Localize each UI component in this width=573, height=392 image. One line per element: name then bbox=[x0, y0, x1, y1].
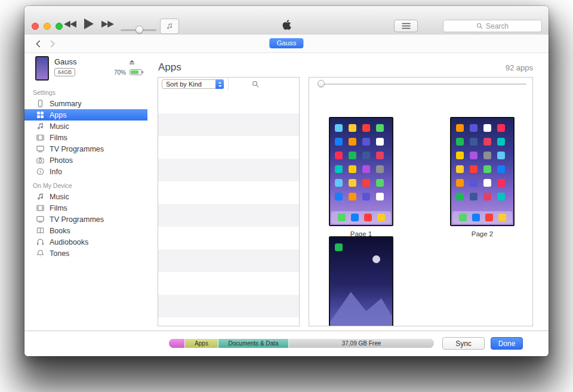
moon-graphic bbox=[372, 255, 380, 263]
sidebar-sections: SettingsSummaryAppsMusicFilmsTV Programm… bbox=[24, 89, 147, 259]
app-icon bbox=[349, 193, 356, 200]
apps-search-button[interactable] bbox=[229, 81, 299, 88]
sidebar-item-label: Photos bbox=[50, 156, 73, 165]
sidebar-section-title: Settings bbox=[33, 89, 147, 96]
search-placeholder: Search bbox=[486, 22, 509, 30]
films-icon bbox=[36, 204, 44, 212]
dock-app-icon bbox=[364, 214, 372, 221]
sidebar-item-tv-programmes[interactable]: TV Programmes bbox=[24, 214, 147, 225]
fast-forward-button[interactable] bbox=[101, 20, 114, 28]
dock-app-icon bbox=[472, 214, 480, 221]
transport-controls bbox=[64, 18, 114, 29]
app-icon bbox=[376, 138, 384, 146]
zoom-slider-knob[interactable] bbox=[318, 80, 325, 87]
sidebar-item-music[interactable]: Music bbox=[24, 191, 147, 202]
search-icon bbox=[252, 81, 259, 88]
sidebar-item-tones[interactable]: Tones bbox=[24, 248, 147, 259]
chevron-left-icon bbox=[36, 40, 41, 48]
battery-icon bbox=[130, 69, 142, 75]
home-screen-thumbnail[interactable] bbox=[329, 236, 393, 326]
home-screen-wallpaper bbox=[451, 118, 513, 225]
back-button[interactable] bbox=[34, 39, 42, 48]
capacity-bar: AppsDocuments & Data37,09 GB Free bbox=[169, 339, 434, 348]
apps-list-empty-rows bbox=[158, 91, 299, 326]
sidebar-item-audiobooks[interactable]: Audiobooks bbox=[24, 236, 147, 248]
sidebar-item-books[interactable]: Books bbox=[24, 225, 147, 236]
chevron-right-icon bbox=[50, 40, 55, 48]
sort-dropdown[interactable]: Sort by Kind bbox=[162, 79, 224, 89]
dock-app-icon bbox=[498, 214, 506, 221]
page-title: Apps bbox=[158, 61, 181, 73]
apps-count: 92 apps bbox=[506, 63, 533, 72]
dock-app-icon bbox=[459, 214, 467, 221]
done-button[interactable]: Done bbox=[491, 337, 523, 350]
volume-knob[interactable] bbox=[135, 26, 143, 33]
app-icon bbox=[349, 179, 356, 187]
close-button[interactable] bbox=[32, 23, 39, 30]
sidebar-item-apps[interactable]: Apps bbox=[24, 109, 147, 121]
app-icon bbox=[362, 124, 370, 132]
app-icon bbox=[497, 193, 505, 200]
app-icon bbox=[497, 152, 505, 159]
eject-icon[interactable] bbox=[128, 57, 135, 64]
films-icon bbox=[36, 134, 44, 141]
app-icon bbox=[456, 193, 464, 200]
app-icon bbox=[456, 179, 464, 187]
footer-bar: AppsDocuments & Data37,09 GB Free Sync D… bbox=[24, 331, 549, 356]
sidebar-item-films[interactable]: Films bbox=[24, 202, 147, 214]
sidebar-item-label: Summary bbox=[50, 100, 81, 108]
home-screen-wallpaper bbox=[330, 118, 392, 225]
play-icon bbox=[84, 18, 94, 29]
device-button[interactable]: Gauss bbox=[269, 38, 303, 48]
app-icon bbox=[376, 179, 384, 187]
app-icon bbox=[497, 124, 505, 132]
tv-icon bbox=[36, 145, 44, 153]
sync-button[interactable]: Sync bbox=[442, 337, 485, 350]
list-view-icon bbox=[402, 23, 411, 29]
device-card[interactable]: Gauss 64GB 70% bbox=[24, 53, 147, 84]
zoom-slider[interactable] bbox=[309, 78, 532, 91]
sidebar-item-label: Music bbox=[50, 193, 69, 201]
app-icon bbox=[497, 138, 505, 146]
sidebar: Gauss 64GB 70% SettingsSummaryAppsMusicF… bbox=[24, 53, 148, 331]
app-icon bbox=[349, 152, 356, 159]
app-icon bbox=[470, 124, 478, 132]
home-screen-dock bbox=[452, 211, 512, 224]
app-icon bbox=[470, 138, 478, 146]
sidebar-item-photos[interactable]: Photos bbox=[24, 155, 147, 166]
sidebar-item-films[interactable]: Films bbox=[24, 132, 147, 143]
music-note-icon bbox=[166, 23, 173, 30]
photos-icon bbox=[36, 156, 44, 164]
summary-icon bbox=[36, 100, 44, 107]
zoom-slider-track bbox=[318, 84, 526, 85]
app-icon bbox=[497, 179, 505, 187]
sidebar-item-summary[interactable]: Summary bbox=[24, 98, 147, 109]
device-name: Gauss bbox=[54, 57, 77, 66]
info-icon bbox=[36, 168, 44, 175]
forward-button[interactable] bbox=[48, 39, 57, 48]
window-controls bbox=[32, 23, 63, 30]
app-icon-grid bbox=[335, 124, 384, 200]
minimize-button[interactable] bbox=[44, 23, 51, 30]
sort-dropdown-value: Sort by Kind bbox=[166, 81, 202, 88]
dock-app-icon bbox=[377, 214, 385, 221]
sidebar-item-info[interactable]: Info bbox=[24, 166, 147, 177]
volume-slider[interactable] bbox=[121, 26, 156, 34]
play-button[interactable] bbox=[84, 18, 94, 29]
view-options-button[interactable] bbox=[394, 20, 418, 32]
sort-cell: Sort by Kind bbox=[158, 78, 229, 91]
app-icon bbox=[483, 179, 491, 187]
app-icon bbox=[483, 152, 491, 159]
rewind-icon bbox=[64, 20, 76, 28]
rewind-button[interactable] bbox=[64, 20, 76, 28]
app-icon bbox=[483, 165, 491, 173]
search-input[interactable]: Search bbox=[443, 20, 542, 32]
mountain-graphic bbox=[329, 288, 393, 326]
home-screen-thumbnail[interactable] bbox=[450, 117, 515, 226]
dock-app-icon bbox=[485, 214, 493, 221]
sidebar-item-music[interactable]: Music bbox=[24, 121, 147, 132]
capacity-segment-37-09-gb-free: 37,09 GB Free bbox=[289, 339, 434, 348]
zoom-button[interactable] bbox=[56, 23, 63, 30]
home-screen-thumbnail[interactable] bbox=[329, 117, 393, 226]
sidebar-item-tv-programmes[interactable]: TV Programmes bbox=[24, 143, 147, 155]
